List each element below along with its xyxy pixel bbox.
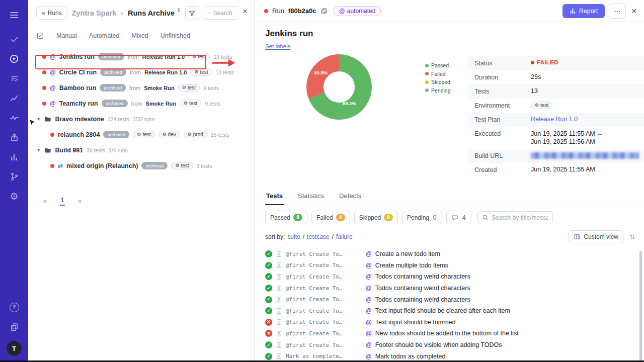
- analytics-line-icon[interactable]: [6, 89, 23, 107]
- reports-bars-icon[interactable]: [6, 148, 23, 165]
- build-url-redacted[interactable]: [531, 152, 639, 159]
- back-to-runs-button[interactable]: « Runs: [36, 7, 67, 20]
- test-row[interactable]: ✕ @first Create To… @ Text input should …: [265, 317, 634, 328]
- runs-panel-header: « Runs Zyntra Spark › Runs Archive 6: [28, 0, 254, 20]
- report-button[interactable]: Report: [562, 4, 605, 18]
- run-row-relaunch-2804[interactable]: relaunch 2804 archived ⚙test ⚙dev ⚙prod …: [28, 127, 254, 142]
- gear-glyph: ⚙: [10, 192, 18, 201]
- user-avatar[interactable]: T: [7, 341, 22, 356]
- test-row[interactable]: ✕ @first Create To… @ New todos should b…: [265, 328, 634, 339]
- select-runs-icon[interactable]: [36, 32, 44, 40]
- set-labels-link[interactable]: Set labels: [265, 43, 291, 49]
- tests-search-box[interactable]: [477, 211, 553, 224]
- test-row[interactable]: ✓ @first Create To… @ Footer should be v…: [265, 339, 634, 351]
- run-row-teamcity[interactable]: @ Teamcity run archived from Smoke Run ⚙…: [28, 96, 254, 111]
- breadcrumb-section: Runs Archive: [128, 9, 175, 17]
- custom-view-label: Custom view: [584, 233, 618, 240]
- tab-manual[interactable]: Manual: [56, 32, 77, 39]
- tab-defects[interactable]: Defects: [338, 187, 362, 205]
- chevron-down-icon[interactable]: ▾: [37, 116, 40, 122]
- suite-path: @first Create To…: [286, 262, 362, 268]
- sort-by-suite-link[interactable]: suite: [287, 233, 300, 240]
- run-row-jenkins[interactable]: @ Jenkins run archived from Release Run …: [28, 49, 254, 64]
- gear-icon: ⚙: [192, 54, 196, 59]
- filter-pending-chip[interactable]: Pending0: [402, 211, 442, 224]
- runs-search-input[interactable]: [213, 10, 235, 17]
- next-page-button[interactable]: »: [78, 198, 82, 205]
- info-row-environment: Environment ⚙test: [468, 99, 644, 113]
- detail-tabs: Tests Statistics Defects: [255, 187, 644, 205]
- tab-tests[interactable]: Tests: [265, 187, 284, 205]
- archived-badge: archived: [141, 162, 168, 169]
- failed-status-dot: [42, 86, 46, 90]
- test-row[interactable]: ✓ @first Create To… @ Todos containing w…: [265, 271, 634, 283]
- passed-icon: ✓: [265, 273, 272, 280]
- folder-row-bravo-milestone[interactable]: ▾ Bravo milestone 124 tests 1/32 runs: [28, 111, 254, 127]
- automated-icon: @: [366, 297, 372, 303]
- filter-button[interactable]: [185, 6, 199, 20]
- chart-legend: Passed Failed Skipped Pending: [425, 61, 456, 177]
- run-row-mixed-origin[interactable]: ⇄ mixed origin (Relaunch) archived ⚙test…: [28, 158, 254, 173]
- env-badge: ⚙dev: [158, 131, 180, 138]
- tests-scrollbar[interactable]: [639, 251, 642, 362]
- tab-automated[interactable]: Automated: [89, 32, 119, 39]
- custom-view-button[interactable]: Custom view: [569, 230, 623, 243]
- docs-icon[interactable]: [6, 318, 23, 335]
- env-name: test: [540, 103, 548, 108]
- filter-skipped-chip[interactable]: Skipped0: [354, 211, 398, 224]
- more-options-button[interactable]: ⋯: [609, 4, 626, 19]
- sort-by-testcase-link[interactable]: testcase: [307, 233, 330, 240]
- automated-icon: @: [366, 274, 372, 280]
- archived-badge: archived: [100, 84, 126, 92]
- runs-search-box[interactable]: [204, 7, 240, 20]
- tests-search-input[interactable]: [492, 214, 548, 221]
- legend-label: Failed: [431, 71, 446, 77]
- tab-unfinished[interactable]: Unfinished: [160, 32, 190, 39]
- share-box-icon[interactable]: [6, 129, 23, 146]
- passed-icon: ✓: [265, 353, 272, 360]
- breadcrumb-project[interactable]: Zyntra Spark: [72, 9, 117, 17]
- run-overview: 30.8% 69.2% Passed Failed Skipped Pendin…: [255, 50, 644, 177]
- test-row[interactable]: ✓ @first Create To… @ Create a new todo …: [265, 248, 634, 260]
- test-plans-icon[interactable]: [6, 70, 23, 87]
- branches-icon[interactable]: [6, 168, 23, 185]
- close-runs-panel-button[interactable]: ✕: [238, 5, 252, 18]
- automated-badge[interactable]: @ automated: [334, 6, 381, 16]
- info-row-build-url: Build URL: [468, 149, 644, 163]
- test-row[interactable]: ✓ @first Create To… @ Todos containing w…: [265, 294, 634, 305]
- prev-page-button[interactable]: «: [43, 198, 47, 205]
- run-detail-header: Run f80b2a0c @ automated Report ⋯ ✕: [255, 0, 644, 22]
- test-row[interactable]: ✓ @first Create To… @ Todos containing w…: [265, 283, 634, 294]
- tab-mixed[interactable]: Mixed: [131, 32, 148, 39]
- folder-row-build-981[interactable]: ▾ Build 981 36 tests 1/4 runs: [28, 142, 254, 158]
- test-plan-link[interactable]: Release Run 1.0: [531, 116, 578, 123]
- env-name: test: [188, 85, 196, 90]
- chevron-down-icon[interactable]: ▾: [37, 147, 40, 153]
- page-1-button[interactable]: 1: [60, 197, 65, 206]
- tab-statistics[interactable]: Statistics: [297, 187, 325, 205]
- report-chart-icon: [570, 8, 576, 14]
- test-row[interactable]: ✓ @first Create To… @ Text input field s…: [265, 305, 634, 317]
- filter-passed-chip[interactable]: Passed9: [265, 211, 307, 224]
- automated-icon: @: [366, 330, 372, 336]
- settings-gear-icon[interactable]: ⚙: [6, 188, 23, 205]
- sort-row: sort by: suite / testcase / failure Cust…: [255, 226, 644, 247]
- filter-failed-chip[interactable]: Failed4: [311, 211, 350, 224]
- filter-comments-chip[interactable]: 4: [446, 211, 471, 224]
- pulse-icon[interactable]: [6, 109, 23, 126]
- menu-icon[interactable]: [6, 7, 23, 24]
- failed-slice-label: 30.8%: [314, 70, 328, 75]
- collapse-sort-icon[interactable]: [629, 233, 636, 240]
- copy-run-id-button[interactable]: [320, 8, 328, 15]
- run-now-icon[interactable]: [6, 50, 23, 67]
- runs-list: @ Jenkins run archived from Release Run …: [28, 49, 254, 173]
- tests-count: 9 tests: [205, 101, 220, 107]
- run-row-bamboo[interactable]: @ Bamboo run archived from Smoke Run ⚙te…: [28, 80, 254, 96]
- runs-check-icon[interactable]: [6, 31, 23, 48]
- app-sidebar: ⚙ ? T: [0, 0, 28, 362]
- help-icon[interactable]: ?: [6, 299, 23, 316]
- run-row-circle-ci[interactable]: @ Circle CI run archived from Release Ru…: [28, 64, 254, 80]
- close-detail-button[interactable]: ✕: [631, 7, 637, 15]
- sort-by-failure-link[interactable]: failure: [336, 233, 353, 240]
- test-row[interactable]: ✓ @first Create To… @ Create multiple to…: [265, 260, 634, 272]
